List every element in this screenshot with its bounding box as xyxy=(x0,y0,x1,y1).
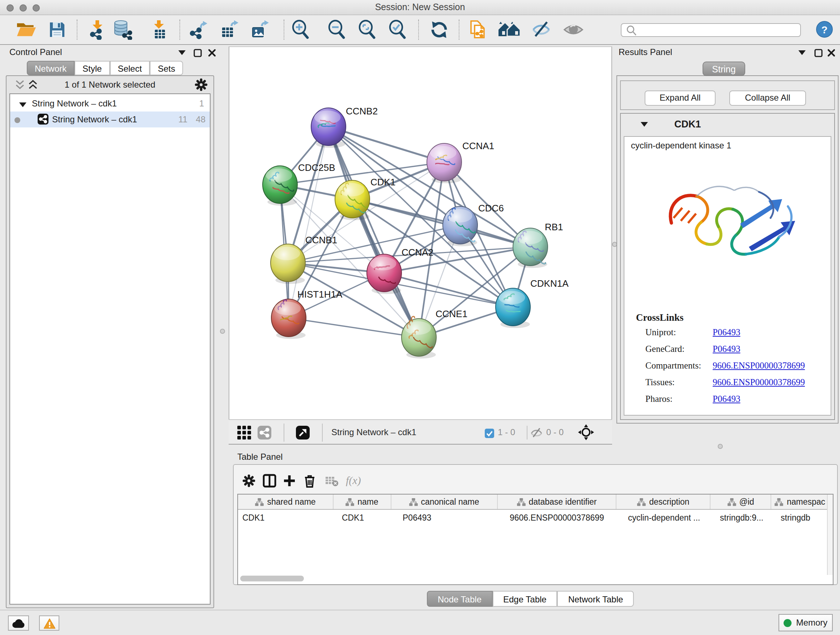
zoom-selected-button[interactable] xyxy=(388,19,407,40)
memory-button[interactable]: Memory xyxy=(778,614,833,631)
cell[interactable]: P06493 xyxy=(391,510,497,525)
window-title: Session: New Session xyxy=(0,2,840,12)
gene-section-header[interactable]: CDK1 xyxy=(621,114,834,136)
status-bar: Memory xyxy=(0,610,840,635)
help-button[interactable]: ? xyxy=(816,21,833,38)
birdseye-view-button[interactable] xyxy=(296,426,309,442)
network-collection-row[interactable]: String Network – cdk1 1 xyxy=(10,96,210,111)
open-in-cytoscape-web-button[interactable] xyxy=(469,19,488,40)
zoom-in-button[interactable] xyxy=(291,19,310,40)
hidden-counts: 0 - 0 xyxy=(546,427,564,437)
delete-column-button[interactable] xyxy=(303,474,316,488)
network-node-ccne1[interactable]: CCNE1 xyxy=(401,309,467,358)
export-table-button[interactable] xyxy=(220,19,240,40)
delete-table-button[interactable] xyxy=(325,475,339,487)
cell[interactable]: CDK1 xyxy=(333,510,391,525)
results-panel-close-icon[interactable] xyxy=(827,49,836,57)
collection-expander-icon[interactable] xyxy=(19,101,27,108)
network-options-gear-icon[interactable] xyxy=(195,78,208,91)
grid-view-button[interactable] xyxy=(237,426,251,442)
tab-string[interactable]: String xyxy=(703,62,745,76)
network-node-rb1[interactable]: RB1 xyxy=(513,222,563,268)
save-session-button[interactable] xyxy=(48,20,66,39)
tab-network[interactable]: Network xyxy=(27,61,74,75)
network-edge[interactable] xyxy=(289,318,419,337)
crosslink-link[interactable]: 9606.ENSP00000378699 xyxy=(713,361,805,371)
tab-style[interactable]: Style xyxy=(74,61,110,75)
network-node-cdkn1a[interactable]: CDKN1A xyxy=(496,278,569,328)
node-label: RB1 xyxy=(545,222,563,233)
control-panel-float-icon[interactable] xyxy=(177,49,187,57)
tab-sets[interactable]: Sets xyxy=(150,61,183,75)
cell[interactable]: CDK1 xyxy=(238,510,333,525)
export-image-button[interactable] xyxy=(250,19,270,40)
network-row[interactable]: String Network – cdk1 11 48 xyxy=(10,111,210,127)
cloud-status-button[interactable] xyxy=(8,616,29,631)
delete-table-icon xyxy=(325,475,339,487)
column-header-canonical-name[interactable]: canonical name xyxy=(391,494,497,509)
network-share-toggle-button[interactable] xyxy=(257,426,271,442)
network-node-hist1h1a[interactable]: HIST1H1A xyxy=(271,289,343,339)
network-node-cdc6[interactable]: CDC6 xyxy=(443,203,504,246)
column-header-database-identifier[interactable]: database identifier xyxy=(497,494,616,509)
column-header-name[interactable]: name xyxy=(333,494,391,509)
expand-all-button[interactable]: Expand All xyxy=(645,90,715,106)
tab-network-table[interactable]: Network Table xyxy=(557,591,634,607)
crosslink-link[interactable]: 9606.ENSP00000378699 xyxy=(713,377,805,387)
column-header-shared-name[interactable]: shared name xyxy=(238,494,333,509)
export-network-button[interactable] xyxy=(188,19,208,40)
selected-checkbox[interactable] xyxy=(485,428,494,441)
hidden-toggle[interactable] xyxy=(531,427,543,441)
cell[interactable]: stringdb xyxy=(771,510,829,525)
trash-icon xyxy=(303,474,316,488)
cell[interactable]: 9606.ENSP00000378699 xyxy=(497,510,616,525)
results-panel-float-icon[interactable] xyxy=(797,49,807,57)
column-header--id[interactable]: @id xyxy=(711,494,771,509)
show-column-button[interactable] xyxy=(263,474,276,488)
search-input[interactable] xyxy=(621,23,801,37)
titlebar: Session: New Session xyxy=(0,0,840,15)
zoom-out-button[interactable] xyxy=(327,19,347,40)
hide-glass-button[interactable] xyxy=(531,20,551,39)
table-row[interactable]: CDK1CDK1P064939606.ENSP00000378699cyclin… xyxy=(238,510,827,525)
network-node-ccna1[interactable]: CCNA1 xyxy=(427,141,494,183)
import-table-button[interactable] xyxy=(150,19,169,40)
collapse-all-button[interactable]: Collapse All xyxy=(729,90,806,106)
refresh-icon xyxy=(430,20,448,39)
open-session-button[interactable] xyxy=(15,20,37,39)
screen: Session: New Session xyxy=(0,0,840,635)
import-network-button[interactable] xyxy=(88,19,107,40)
column-header-description[interactable]: description xyxy=(616,494,711,509)
results-panel-restore-icon[interactable] xyxy=(814,49,823,57)
tab-edge-table[interactable]: Edge Table xyxy=(493,591,557,607)
crosslink-link[interactable]: P06493 xyxy=(713,327,740,337)
fit-selected-button[interactable] xyxy=(578,424,594,443)
crosslink-link[interactable]: P06493 xyxy=(713,394,740,404)
column-header-namespac[interactable]: namespac xyxy=(771,494,829,509)
tab-select[interactable]: Select xyxy=(110,61,150,75)
warning-status-button[interactable] xyxy=(39,616,59,631)
network-node-ccnb1[interactable]: CCNB1 xyxy=(271,234,337,284)
home-button[interactable] xyxy=(498,20,521,39)
create-column-button[interactable] xyxy=(283,474,296,487)
table-vertical-scrollbar[interactable] xyxy=(827,494,833,575)
control-panel-close-icon[interactable] xyxy=(208,49,216,57)
table-horizontal-scrollbar[interactable] xyxy=(240,576,304,581)
crosslink-link[interactable]: P06493 xyxy=(713,344,740,354)
gene-expander-icon[interactable] xyxy=(640,121,648,127)
import-network-from-database-button[interactable] xyxy=(113,19,133,40)
network-node-cdc25b[interactable]: CDC25B xyxy=(263,162,335,206)
network-edge[interactable] xyxy=(328,127,419,337)
show-glass-button[interactable] xyxy=(563,21,584,39)
refresh-layout-button[interactable] xyxy=(430,20,448,39)
left-splitter-handle[interactable] xyxy=(220,329,225,334)
node-label: CCNB1 xyxy=(305,234,337,245)
table-options-button[interactable] xyxy=(242,474,256,487)
control-panel-restore-icon[interactable] xyxy=(193,49,202,57)
zoom-fit-button[interactable] xyxy=(357,19,377,40)
tab-node-table[interactable]: Node Table xyxy=(427,591,493,607)
cell[interactable]: stringdb:9... xyxy=(711,510,771,525)
network-view-canvas[interactable]: CCNB2CCNA1CDC25BCDK1CDC6RB1CCNB1CCNA2CDK… xyxy=(229,46,612,419)
cell[interactable]: cyclin-dependent ... xyxy=(616,510,711,525)
function-builder-button[interactable]: f(x) xyxy=(346,475,361,487)
